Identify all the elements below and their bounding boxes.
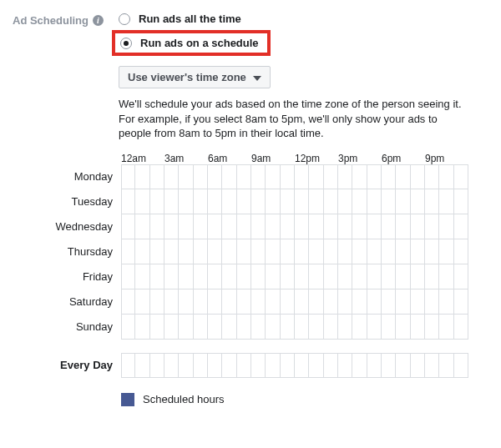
schedule-cell[interactable] <box>164 289 179 315</box>
schedule-cell[interactable] <box>135 353 149 378</box>
schedule-cell[interactable] <box>194 164 208 189</box>
schedule-cell[interactable] <box>121 189 135 214</box>
schedule-cell[interactable] <box>411 289 425 315</box>
schedule-cell[interactable] <box>338 353 352 378</box>
schedule-cell[interactable] <box>367 315 382 340</box>
schedule-cell[interactable] <box>266 289 280 315</box>
schedule-cell[interactable] <box>454 264 468 289</box>
schedule-cell[interactable] <box>411 214 425 239</box>
schedule-cell[interactable] <box>266 189 280 214</box>
timezone-dropdown[interactable]: Use viewer's time zone <box>119 66 271 88</box>
schedule-cell[interactable] <box>439 214 453 239</box>
schedule-cell[interactable] <box>309 315 323 340</box>
schedule-cell[interactable] <box>411 239 425 264</box>
schedule-cell[interactable] <box>251 239 266 264</box>
schedule-cell[interactable] <box>454 214 468 239</box>
schedule-cell[interactable] <box>179 239 193 264</box>
schedule-cell[interactable] <box>367 353 382 378</box>
schedule-cell[interactable] <box>251 214 266 239</box>
schedule-cell[interactable] <box>454 189 468 214</box>
schedule-cell[interactable] <box>352 239 367 264</box>
schedule-cell[interactable] <box>121 315 135 340</box>
schedule-cell[interactable] <box>150 289 164 315</box>
schedule-cell[interactable] <box>237 353 251 378</box>
schedule-cell[interactable] <box>295 315 309 340</box>
schedule-cell[interactable] <box>411 264 425 289</box>
schedule-cell[interactable] <box>396 353 410 378</box>
schedule-cell[interactable] <box>266 164 280 189</box>
schedule-cell[interactable] <box>439 189 453 214</box>
schedule-cell[interactable] <box>352 264 367 289</box>
schedule-cell[interactable] <box>208 164 222 189</box>
schedule-cell[interactable] <box>338 315 352 340</box>
schedule-cell[interactable] <box>439 239 453 264</box>
info-icon[interactable]: i <box>93 15 104 26</box>
schedule-cell[interactable] <box>208 353 222 378</box>
schedule-cell[interactable] <box>367 264 382 289</box>
schedule-cell[interactable] <box>396 264 410 289</box>
schedule-cell[interactable] <box>425 164 439 189</box>
schedule-cell[interactable] <box>411 164 425 189</box>
schedule-cell[interactable] <box>208 264 222 289</box>
schedule-cell[interactable] <box>411 189 425 214</box>
schedule-cell[interactable] <box>251 353 266 378</box>
schedule-cell[interactable] <box>439 164 453 189</box>
schedule-cell[interactable] <box>266 214 280 239</box>
schedule-cell[interactable] <box>382 189 396 214</box>
schedule-cell[interactable] <box>309 189 323 214</box>
schedule-cell[interactable] <box>411 315 425 340</box>
schedule-cell[interactable] <box>179 315 193 340</box>
schedule-cell[interactable] <box>338 289 352 315</box>
schedule-cell[interactable] <box>309 239 323 264</box>
schedule-cell[interactable] <box>164 353 179 378</box>
schedule-cell[interactable] <box>454 239 468 264</box>
schedule-cell[interactable] <box>454 289 468 315</box>
schedule-cell[interactable] <box>281 353 295 378</box>
radio-option-on-schedule[interactable]: Run ads on a schedule <box>120 37 259 49</box>
schedule-cell[interactable] <box>281 289 295 315</box>
schedule-cell[interactable] <box>194 239 208 264</box>
schedule-cell[interactable] <box>208 289 222 315</box>
schedule-cell[interactable] <box>251 264 266 289</box>
schedule-cell[interactable] <box>295 214 309 239</box>
schedule-cell[interactable] <box>222 315 236 340</box>
schedule-cell[interactable] <box>454 353 468 378</box>
schedule-cell[interactable] <box>150 189 164 214</box>
schedule-cell[interactable] <box>295 239 309 264</box>
schedule-cell[interactable] <box>179 214 193 239</box>
schedule-cell[interactable] <box>439 264 453 289</box>
schedule-cell[interactable] <box>237 214 251 239</box>
schedule-cell[interactable] <box>208 189 222 214</box>
schedule-cell[interactable] <box>396 239 410 264</box>
schedule-cell[interactable] <box>281 315 295 340</box>
schedule-cell[interactable] <box>382 214 396 239</box>
schedule-cell[interactable] <box>382 264 396 289</box>
schedule-cell[interactable] <box>352 164 367 189</box>
schedule-cell[interactable] <box>352 353 367 378</box>
schedule-cell[interactable] <box>367 189 382 214</box>
schedule-cell[interactable] <box>150 164 164 189</box>
schedule-cell[interactable] <box>222 214 236 239</box>
schedule-cell[interactable] <box>121 164 135 189</box>
schedule-cell[interactable] <box>338 214 352 239</box>
schedule-cell[interactable] <box>454 315 468 340</box>
schedule-cell[interactable] <box>150 315 164 340</box>
schedule-cell[interactable] <box>164 239 179 264</box>
schedule-cell[interactable] <box>194 289 208 315</box>
schedule-cell[interactable] <box>425 315 439 340</box>
schedule-cell[interactable] <box>396 189 410 214</box>
schedule-cell[interactable] <box>367 289 382 315</box>
schedule-cell[interactable] <box>135 214 149 239</box>
schedule-cell[interactable] <box>281 214 295 239</box>
schedule-cell[interactable] <box>382 239 396 264</box>
schedule-cell[interactable] <box>309 353 323 378</box>
schedule-cell[interactable] <box>324 189 338 214</box>
schedule-cell[interactable] <box>396 164 410 189</box>
schedule-cell[interactable] <box>121 214 135 239</box>
schedule-cell[interactable] <box>382 315 396 340</box>
schedule-cell[interactable] <box>222 239 236 264</box>
schedule-cell[interactable] <box>367 239 382 264</box>
schedule-cell[interactable] <box>237 264 251 289</box>
schedule-cell[interactable] <box>194 214 208 239</box>
schedule-cell[interactable] <box>251 289 266 315</box>
